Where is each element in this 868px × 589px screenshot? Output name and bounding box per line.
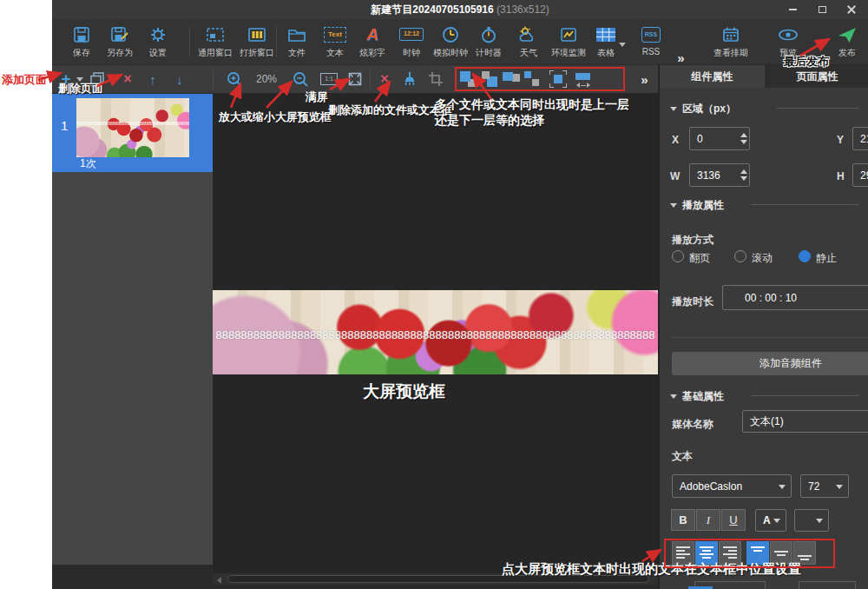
rss-button[interactable]: RSS RSS: [627, 23, 675, 56]
thumbnail-text-overlay: 8888888888888888888888888888888888888888…: [76, 121, 189, 126]
editbar-more-button[interactable]: »: [634, 65, 654, 93]
publish-button[interactable]: 发布: [823, 23, 868, 59]
maximize-button[interactable]: [809, 0, 835, 19]
chevron-down-icon: [836, 485, 843, 489]
background-color-select[interactable]: [794, 509, 829, 532]
chevron-down-icon: [779, 485, 786, 489]
settings-button[interactable]: 设置: [134, 23, 182, 59]
region-w-label: W: [670, 170, 680, 182]
send-to-back-button[interactable]: [522, 65, 542, 93]
radio-scroll-label[interactable]: 滚动: [752, 251, 773, 266]
fill-region-icon: [549, 70, 567, 88]
close-button[interactable]: [838, 0, 865, 19]
section-divider: [672, 337, 868, 338]
arrow-down-icon: ↓: [176, 72, 183, 87]
scroll-left-icon[interactable]: [217, 577, 221, 584]
schedule-label: 查看排期: [704, 47, 758, 59]
more-icon: »: [677, 50, 683, 65]
program-resolution: (3136x512): [496, 3, 549, 16]
annotation-full-screen: 满屏: [306, 89, 328, 105]
spin-down-icon[interactable]: [740, 140, 747, 144]
rss-label: RSS: [627, 47, 675, 56]
font-size-select[interactable]: 72: [800, 474, 849, 498]
main-toolbar: 保存 另存为 设置 通用窗口 打折窗口 文件: [52, 19, 868, 65]
move-page-up-button[interactable]: ↑: [143, 65, 162, 93]
annotation-publish-last: 最后发布: [784, 54, 829, 69]
region-section-header[interactable]: 区域（px）: [670, 102, 736, 116]
bring-forward-button[interactable]: [457, 65, 478, 93]
page-play-count: 1次: [80, 156, 96, 171]
font-family-select[interactable]: AdobeCaslon: [672, 474, 792, 498]
edit-toolbar: + × ↑ ↓ 20% 1:1 ×: [52, 65, 658, 94]
one-to-one-icon: 1:1: [320, 73, 338, 85]
minimize-button[interactable]: [779, 0, 806, 19]
add-audio-button[interactable]: 添加音频组件: [672, 352, 868, 375]
font-color-select[interactable]: A: [755, 509, 786, 532]
collapse-icon: [670, 394, 677, 399]
region-y-label: Y: [837, 134, 844, 146]
fit-screen-button[interactable]: [344, 65, 366, 93]
region-h-input[interactable]: 299: [852, 163, 868, 187]
zoom-in-button[interactable]: [224, 65, 245, 93]
spin-up-icon[interactable]: [740, 133, 747, 137]
align-left-icon: [676, 546, 690, 560]
preview-text-overlay[interactable]: 8888888888888888888888888888888888888888…: [213, 328, 658, 341]
region-x-label: X: [672, 134, 679, 146]
delete-media-button[interactable]: ×: [375, 65, 394, 93]
region-y-input[interactable]: 213: [852, 127, 868, 150]
align-bottom-icon: [798, 546, 812, 560]
basic-section-header[interactable]: 基础属性: [670, 389, 724, 404]
section-divider: [777, 108, 859, 109]
tab-component-properties[interactable]: 组件属性: [660, 65, 765, 88]
radio-static[interactable]: [799, 250, 811, 262]
screenshot-root: 新建节目20240705105916 (3136x512) 保存 另存为 设置: [0, 0, 868, 589]
page-list: 1 88888888888888888888888888888888888888…: [52, 94, 213, 565]
fill-region-button[interactable]: [548, 65, 569, 93]
rss-icon: RSS: [627, 23, 675, 46]
bring-forward-icon: [459, 70, 477, 88]
region-x-input[interactable]: 0: [689, 127, 750, 150]
send-backward-button[interactable]: [479, 65, 500, 93]
stretch-width-button[interactable]: [573, 65, 594, 93]
schedule-button[interactable]: 查看排期: [704, 23, 758, 59]
playback-section-header[interactable]: 播放属性: [670, 198, 724, 213]
toolbar-separator: [213, 70, 214, 89]
collapse-icon: [670, 107, 677, 111]
title-bar: 新建节目20240705105916 (3136x512): [52, 0, 868, 19]
annotation-add-page: 添加页面: [2, 72, 47, 88]
screen-preview-image[interactable]: 8888888888888888888888888888888888888888…: [213, 290, 658, 374]
move-page-down-button[interactable]: ↓: [170, 65, 189, 93]
bring-to-front-button[interactable]: [501, 65, 522, 93]
maximize-icon: [819, 6, 826, 13]
crop-icon: [427, 70, 444, 88]
play-duration-input[interactable]: 00 : 00 : 10: [722, 285, 868, 310]
spin-down-icon[interactable]: [740, 176, 747, 181]
program-name: 新建节目20240705105916: [371, 3, 493, 16]
crop-button[interactable]: [425, 65, 446, 93]
clear-button[interactable]: [399, 65, 420, 93]
radio-flip-label[interactable]: 翻页: [689, 251, 710, 266]
align-middle-icon: [774, 546, 788, 560]
annotation-big-preview: 大屏预览框: [363, 381, 445, 403]
radio-scroll[interactable]: [734, 250, 746, 262]
arrow-up-icon: ↑: [149, 72, 156, 87]
media-name-input[interactable]: 文本(1): [742, 410, 868, 433]
underline-button[interactable]: U: [721, 509, 746, 531]
chevron-down-icon: [619, 43, 626, 47]
delete-page-button[interactable]: ×: [118, 65, 137, 93]
bold-button[interactable]: B: [671, 509, 695, 531]
region-w-input[interactable]: 3136: [689, 163, 750, 187]
annotation-layer-line2: 还是下一层等的选择: [435, 113, 544, 129]
page-list-item[interactable]: 1 88888888888888888888888888888888888888…: [52, 94, 213, 172]
radio-flip[interactable]: [672, 250, 684, 262]
spin-up-icon[interactable]: [740, 169, 747, 174]
table-dropdown-caret[interactable]: [619, 35, 626, 50]
stage-canvas[interactable]: 8888888888888888888888888888888888888888…: [213, 94, 658, 573]
panel-tabs: 组件属性 页面属性: [660, 65, 868, 88]
italic-button[interactable]: I: [696, 509, 720, 531]
eye-icon: [764, 23, 812, 46]
zoom-level-value[interactable]: 20%: [253, 65, 279, 93]
radio-static-label[interactable]: 静止: [816, 251, 837, 266]
page-thumbnail[interactable]: 8888888888888888888888888888888888888888…: [76, 98, 189, 157]
annotation-delete-page: 删除页面: [58, 81, 103, 96]
